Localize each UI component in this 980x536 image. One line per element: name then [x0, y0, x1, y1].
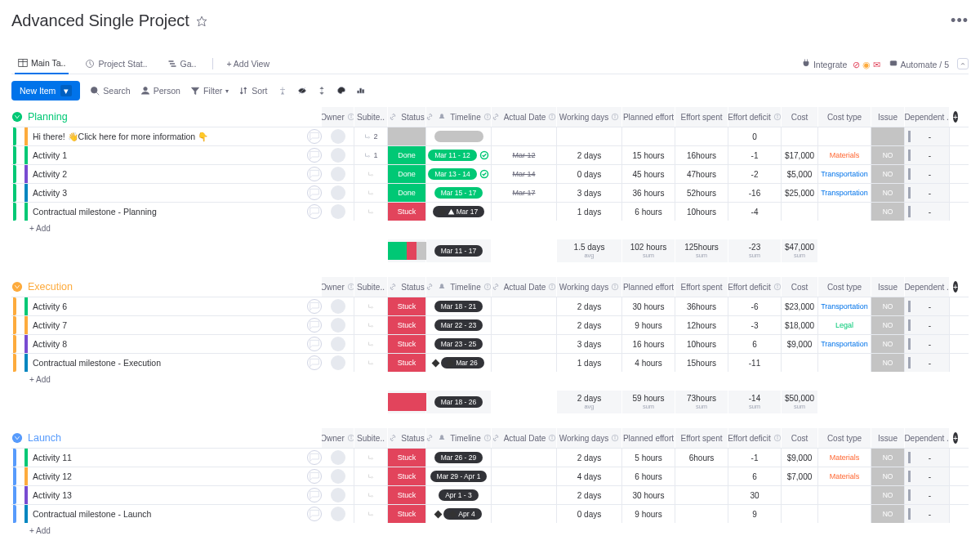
timeline-cell[interactable]: Mar 26: [426, 354, 492, 372]
task-name[interactable]: Activity 6: [33, 302, 67, 311]
conversation-icon[interactable]: [307, 318, 322, 333]
task-name[interactable]: Activity 3: [33, 188, 67, 198]
actual-date-cell[interactable]: Mar 14: [492, 165, 557, 183]
table-row[interactable]: Activity 13: [11, 486, 322, 504]
collapse-group-icon[interactable]: [11, 281, 23, 293]
collapse-group-icon[interactable]: [11, 432, 23, 444]
table-row[interactable]: Activity 1: [11, 146, 322, 164]
col-cost[interactable]: Cost: [782, 428, 818, 448]
owner-cell[interactable]: [322, 449, 354, 467]
tab-project-status[interactable]: Project Stat..: [82, 54, 150, 74]
tab-gantt[interactable]: Ga..: [164, 54, 200, 74]
conversation-icon[interactable]: [307, 167, 322, 181]
actual-date-cell[interactable]: [492, 505, 557, 523]
col-planned-effort[interactable]: Planned effort: [622, 428, 675, 448]
table-row[interactable]: Activity 7: [11, 316, 322, 334]
issue-cell[interactable]: NO: [871, 203, 905, 221]
dependent-cell[interactable]: -: [905, 505, 950, 523]
integrate-button[interactable]: Integrate ⊘ ◉ ✉: [801, 58, 880, 69]
actual-date-cell[interactable]: Mar 17: [492, 184, 557, 202]
collapse-icon[interactable]: [957, 58, 969, 69]
star-icon[interactable]: [196, 16, 207, 27]
add-item-button[interactable]: + Add: [11, 523, 969, 536]
conversation-icon[interactable]: [307, 450, 322, 465]
timeline-cell[interactable]: Apr 4: [426, 505, 492, 523]
owner-cell[interactable]: [322, 203, 354, 221]
col-owner[interactable]: Owner: [322, 428, 354, 448]
task-name[interactable]: Activity 7: [33, 320, 67, 330]
timeline-cell[interactable]: Mar 22 - 23: [426, 316, 492, 334]
timeline-cell[interactable]: [426, 127, 492, 145]
issue-cell[interactable]: NO: [871, 165, 905, 183]
add-column-button[interactable]: +: [953, 111, 958, 123]
dependent-cell[interactable]: -: [905, 354, 950, 372]
owner-cell[interactable]: [322, 184, 354, 202]
timeline-cell[interactable]: Mar 15 - 17: [426, 184, 492, 202]
table-row[interactable]: Activity 3: [11, 184, 322, 202]
subitems-cell[interactable]: [354, 335, 388, 353]
issue-cell[interactable]: NO: [871, 486, 905, 504]
timeline-cell[interactable]: Mar 26 - 29: [426, 449, 492, 467]
dependent-cell[interactable]: -: [905, 486, 950, 504]
issue-cell[interactable]: NO: [871, 146, 905, 164]
task-name[interactable]: Contractual milestone - Planning: [33, 207, 157, 217]
conversation-icon[interactable]: [307, 185, 322, 200]
col-status[interactable]: Status: [388, 428, 426, 448]
table-row[interactable]: Contractual milestone - Planning: [11, 203, 322, 221]
task-name[interactable]: Activity 1: [33, 150, 67, 160]
add-column-button[interactable]: +: [953, 432, 958, 444]
owner-cell[interactable]: [322, 146, 354, 164]
status-cell[interactable]: Done: [388, 146, 426, 164]
more-options-icon[interactable]: •••: [951, 12, 969, 29]
status-cell[interactable]: Stuck: [388, 316, 426, 334]
subitems-cell[interactable]: [354, 486, 388, 504]
pin-icon[interactable]: [278, 86, 287, 96]
col-cost-type[interactable]: Cost type: [818, 107, 871, 127]
col-subitems[interactable]: Subite..: [354, 277, 388, 297]
table-row[interactable]: Activity 11: [11, 449, 322, 467]
col-issue[interactable]: Issue: [871, 277, 905, 297]
new-item-button[interactable]: New Item ▾: [11, 81, 80, 100]
conversation-icon[interactable]: [307, 299, 322, 314]
actual-date-cell[interactable]: [492, 354, 557, 372]
actual-date-cell[interactable]: [492, 486, 557, 504]
table-row[interactable]: Hi there! 👋Click here for more informati…: [11, 127, 322, 145]
issue-cell[interactable]: NO: [871, 316, 905, 334]
issue-cell[interactable]: NO: [871, 467, 905, 485]
conversation-icon[interactable]: [307, 355, 322, 370]
dependent-cell[interactable]: -: [905, 335, 950, 353]
col-effort-deficit[interactable]: Effort deficit: [728, 107, 782, 127]
col-cost-type[interactable]: Cost type: [818, 428, 871, 448]
tab-main[interactable]: Main Ta..: [15, 53, 69, 74]
timeline-cell[interactable]: Apr 1 - 3: [426, 486, 492, 504]
actual-date-cell[interactable]: [492, 467, 557, 485]
subitems-cell[interactable]: 1: [354, 146, 388, 164]
subitems-cell[interactable]: [354, 449, 388, 467]
task-name[interactable]: Hi there! 👋Click here for more informati…: [33, 132, 208, 142]
task-name[interactable]: Activity 2: [33, 169, 67, 179]
timeline-cell[interactable]: Mar 11 - 12: [426, 146, 492, 164]
conversation-icon[interactable]: [307, 488, 322, 502]
owner-cell[interactable]: [322, 505, 354, 523]
owner-cell[interactable]: [322, 467, 354, 485]
status-cell[interactable]: Done: [388, 184, 426, 202]
col-effort-deficit[interactable]: Effort deficit: [728, 428, 782, 448]
status-cell[interactable]: Stuck: [388, 354, 426, 372]
owner-cell[interactable]: [322, 335, 354, 353]
timeline-cell[interactable]: Mar 17: [426, 203, 492, 221]
issue-cell[interactable]: NO: [871, 354, 905, 372]
status-cell[interactable]: Stuck: [388, 203, 426, 221]
owner-cell[interactable]: [322, 165, 354, 183]
owner-cell[interactable]: [322, 354, 354, 372]
status-cell[interactable]: Stuck: [388, 297, 426, 315]
col-actual-date[interactable]: Actual Date: [492, 428, 557, 448]
issue-cell[interactable]: NO: [871, 184, 905, 202]
subitems-cell[interactable]: [354, 316, 388, 334]
status-cell[interactable]: Stuck: [388, 335, 426, 353]
col-timeline[interactable]: Timeline: [426, 428, 492, 448]
add-item-button[interactable]: + Add: [11, 372, 969, 387]
group-name[interactable]: Execution: [28, 281, 73, 293]
table-row[interactable]: Activity 12: [11, 467, 322, 485]
conversation-icon[interactable]: [307, 507, 322, 521]
dependent-cell[interactable]: -: [905, 127, 950, 145]
